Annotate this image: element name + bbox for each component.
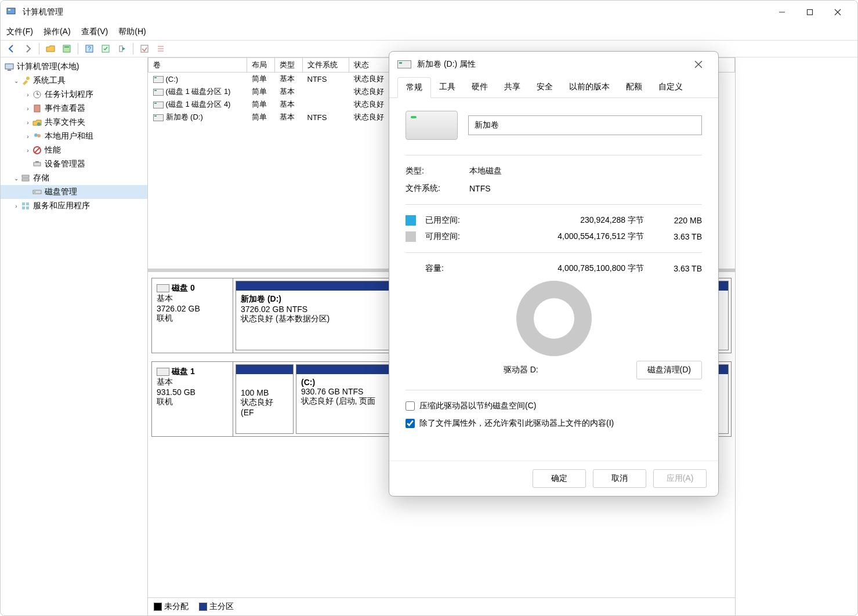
compress-checkbox[interactable]: [406, 401, 415, 411]
fs-value: NTFS: [469, 184, 491, 193]
chevron-right-icon[interactable]: ›: [24, 147, 32, 154]
cell: 简单: [247, 111, 275, 124]
nav-forward-button[interactable]: [20, 42, 35, 56]
capacity-label: 容量:: [425, 263, 483, 274]
free-space-row: 可用空间: 4,000,554,176,512 字节 3.63 TB: [406, 231, 702, 242]
disk-cleanup-button[interactable]: 磁盘清理(D): [636, 361, 702, 379]
svg-rect-31: [22, 179, 29, 181]
col-type[interactable]: 类型: [275, 58, 303, 73]
menu-action[interactable]: 操作(A): [44, 27, 71, 37]
maximize-button[interactable]: [796, 1, 824, 24]
dialog-title: 新加卷 (D:) 属性: [417, 59, 476, 70]
separator: [406, 390, 702, 390]
index-checkbox-row[interactable]: 除了文件属性外，还允许索引此驱动器上文件的内容(I): [406, 418, 702, 429]
disk-type: 基本: [157, 293, 228, 304]
ok-button[interactable]: 确定: [533, 469, 586, 488]
col-layout[interactable]: 布局: [247, 58, 275, 73]
tree-performance[interactable]: › 性能: [1, 143, 147, 157]
tab-sharing[interactable]: 共享: [496, 77, 528, 97]
free-bytes: 4,000,554,176,512 字节: [489, 231, 644, 242]
tab-tools[interactable]: 工具: [431, 77, 464, 97]
apply-button[interactable]: 应用(A): [653, 469, 707, 488]
menu-view[interactable]: 查看(V): [81, 27, 108, 37]
svg-rect-11: [120, 46, 122, 52]
chevron-right-icon[interactable]: ›: [24, 133, 32, 140]
tree-local-users[interactable]: › 本地用户和组: [1, 129, 147, 143]
type-value: 本地磁盘: [469, 166, 502, 176]
tab-general[interactable]: 常规: [397, 77, 431, 98]
partition-detail: 100 MB: [241, 388, 288, 397]
spacer: [241, 378, 288, 388]
chevron-right-icon[interactable]: ›: [24, 92, 32, 98]
drive-icon: [397, 60, 411, 68]
legend-unallocated: 未分配: [154, 601, 189, 612]
cancel-button[interactable]: 取消: [593, 469, 646, 488]
chevron-down-icon[interactable]: ⌄: [12, 78, 20, 84]
compress-checkbox-row[interactable]: 压缩此驱动器以节约磁盘空间(C): [406, 401, 702, 411]
tab-previous[interactable]: 以前的版本: [561, 77, 618, 97]
help-button[interactable]: ?: [82, 42, 97, 56]
used-bytes: 230,924,288 字节: [489, 215, 644, 226]
tree-system-tools[interactable]: ⌄ 系统工具: [1, 74, 147, 88]
tree-root[interactable]: 计算机管理(本地): [1, 60, 147, 74]
tree-storage[interactable]: ⌄ 存储: [1, 171, 147, 185]
free-human: 3.63 TB: [650, 232, 702, 241]
chevron-down-icon[interactable]: ⌄: [12, 175, 20, 182]
tab-hardware[interactable]: 硬件: [464, 77, 496, 97]
drive-icon: [153, 76, 164, 83]
tree-label: 存储: [33, 173, 49, 183]
disk-size: 3726.02 GB: [157, 304, 228, 313]
tab-security[interactable]: 安全: [528, 77, 561, 97]
tree-pane[interactable]: 计算机管理(本地) ⌄ 系统工具 › 任务计划程序 › 事件查看器 › 共享文件…: [1, 57, 148, 615]
menu-help[interactable]: 帮助(H): [118, 27, 146, 37]
col-fs[interactable]: 文件系统: [303, 58, 349, 73]
disk-header[interactable]: 磁盘 1 基本 931.50 GB 联机: [152, 362, 233, 436]
svg-rect-36: [22, 206, 25, 209]
window-title: 计算机管理: [23, 7, 768, 17]
properties-button[interactable]: [59, 42, 74, 56]
tree-shared-folders[interactable]: › 共享文件夹: [1, 115, 147, 129]
chevron-right-icon[interactable]: ›: [24, 119, 32, 126]
filter-button[interactable]: [137, 42, 152, 56]
drive-icon: [153, 102, 164, 108]
tree-label: 本地用户和组: [45, 131, 93, 142]
tree-event-viewer[interactable]: › 事件查看器: [1, 102, 147, 115]
tree-disk-management[interactable]: 磁盘管理: [1, 185, 147, 199]
separator: [78, 43, 78, 55]
computer-icon: [4, 61, 15, 72]
cell: 简单: [247, 85, 275, 98]
refresh-button[interactable]: [98, 42, 113, 56]
list-button[interactable]: [153, 42, 168, 56]
free-label: 可用空间:: [425, 231, 483, 242]
volume-name-input[interactable]: [468, 115, 702, 135]
chevron-right-icon[interactable]: ›: [12, 203, 20, 209]
chevron-right-icon[interactable]: ›: [24, 106, 32, 112]
drive-letter-label: 驱动器 D:: [406, 365, 636, 375]
legend-primary: 主分区: [199, 601, 234, 612]
svg-rect-0: [7, 8, 15, 14]
action-button[interactable]: [114, 42, 129, 56]
nav-back-button[interactable]: [4, 42, 19, 56]
svg-rect-22: [34, 105, 40, 112]
col-volume[interactable]: 卷: [149, 58, 247, 73]
tree-label: 磁盘管理: [45, 187, 77, 197]
used-label: 已用空间:: [425, 215, 483, 226]
cell: 简单: [247, 73, 275, 86]
partition-efi[interactable]: 100 MB 状态良好 (EF: [236, 364, 294, 434]
menu-file[interactable]: 文件(F): [6, 27, 33, 37]
folder-up-button[interactable]: [43, 42, 58, 56]
disk-header[interactable]: 磁盘 0 基本 3726.02 GB 联机: [152, 278, 233, 353]
index-checkbox[interactable]: [406, 419, 415, 428]
tab-quota[interactable]: 配额: [618, 77, 650, 97]
disk-status: 联机: [157, 397, 228, 407]
tree-services[interactable]: › 服务和应用程序: [1, 199, 147, 213]
tree-device-manager[interactable]: 设备管理器: [1, 157, 147, 171]
separator: [39, 43, 39, 55]
tab-custom[interactable]: 自定义: [650, 77, 691, 97]
tree-task-scheduler[interactable]: › 任务计划程序: [1, 88, 147, 102]
close-button[interactable]: [824, 1, 852, 24]
dialog-close-button[interactable]: [687, 53, 710, 76]
cell: 基本: [275, 98, 303, 111]
disk-name: 磁盘 0: [172, 283, 195, 292]
minimize-button[interactable]: [768, 1, 796, 24]
